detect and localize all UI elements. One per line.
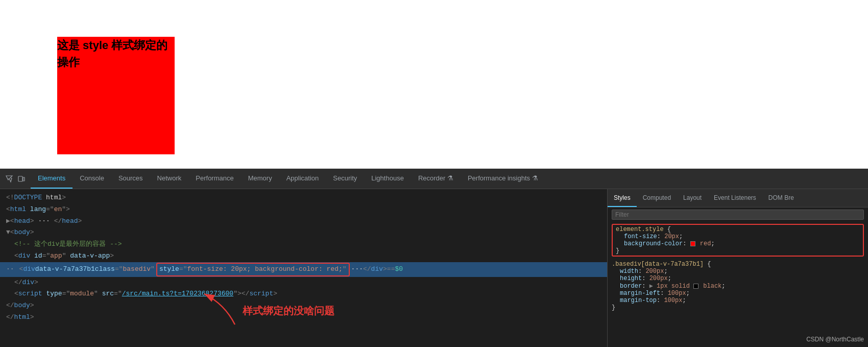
tab-layout[interactable]: Layout: [677, 189, 708, 207]
element-style-rule: element.style { font-size: 20px; backgro…: [612, 224, 864, 257]
csdn-watermark: CSDN @NorthCastle: [806, 336, 864, 343]
element-style-property-bgcolor: background-color: red;: [616, 240, 860, 247]
tab-console[interactable]: Console: [73, 169, 111, 189]
inspect-icon[interactable]: [4, 174, 14, 184]
basediv-margin-top: margin-top: 100px;: [612, 297, 864, 304]
tab-recorder[interactable]: Recorder ⚗: [411, 169, 461, 189]
styles-filter: [608, 207, 868, 222]
tab-performance[interactable]: Performance: [188, 169, 240, 189]
filter-input[interactable]: [612, 210, 864, 220]
element-style-selector: element.style {: [616, 226, 860, 233]
tab-styles[interactable]: Styles: [608, 189, 637, 207]
tab-event-listeners[interactable]: Event Listeners: [708, 189, 762, 207]
tab-application[interactable]: Application: [279, 169, 326, 189]
basediv-border: border: ▶ 1px solid black;: [612, 282, 864, 290]
tab-memory[interactable]: Memory: [241, 169, 279, 189]
devtools-panel: Elements Console Sources Network Perform…: [0, 169, 868, 347]
color-swatch-black: [693, 284, 698, 289]
dom-line-doctype: <!DOCTYPE html>: [0, 192, 607, 204]
styles-panel: Styles Computed Layout Event Listeners D…: [608, 189, 868, 347]
tab-performance-insights[interactable]: Performance insights ⚗: [461, 169, 545, 189]
dom-panel: <!DOCTYPE html> <html lang="en"> ▶<head>…: [0, 189, 608, 347]
devtools-icon-group: [0, 174, 31, 184]
dom-line-close-html: </html>: [0, 312, 607, 323]
devtools-tabs: Elements Console Sources Network Perform…: [31, 169, 545, 189]
element-style-property-fontsize: font-size: 20px;: [616, 233, 860, 240]
dom-line-close-div: </div>: [0, 277, 607, 289]
dom-line-close-body: </body>: [0, 300, 607, 312]
page-text: 这是 style 样式绑定的 操作: [57, 37, 167, 71]
tab-dom-breakpoints[interactable]: DOM Bre: [762, 189, 800, 207]
dom-line-body: ▼<body>: [0, 227, 607, 239]
basediv-selector: .basediv[data-v-7a7a37b1] {: [612, 261, 864, 268]
basediv-style-rule: .basediv[data-v-7a7a37b1] { width: 200px…: [612, 261, 864, 311]
basediv-close: }: [612, 304, 864, 311]
basediv-margin-left: margin-left: 100px;: [612, 290, 864, 297]
basediv-height: height: 200px;: [612, 275, 864, 282]
element-style-close: }: [616, 247, 860, 255]
dom-line-html: <html lang="en">: [0, 204, 607, 216]
svg-rect-1: [23, 177, 25, 181]
device-icon[interactable]: [16, 174, 27, 184]
dom-line-comment: <!-- 这个div是最外层的容器 -->: [0, 239, 607, 250]
dom-line-script: <script type="module" src="/src/main.ts?…: [0, 288, 607, 300]
devtools-main: <!DOCTYPE html> <html lang="en"> ▶<head>…: [0, 189, 868, 347]
dom-line-basediv[interactable]: ·· <div data-v-7a7a37b1 class="basediv" …: [0, 262, 607, 277]
devtools-topbar: Elements Console Sources Network Perform…: [0, 169, 868, 189]
color-swatch-red: [690, 241, 695, 246]
browser-page: 这是 style 样式绑定的 操作: [0, 0, 868, 169]
styles-content: element.style { font-size: 20px; backgro…: [608, 222, 868, 347]
tab-network[interactable]: Network: [150, 169, 189, 189]
dom-line-head: ▶<head> ··· </head>: [0, 216, 607, 227]
styles-tabs: Styles Computed Layout Event Listeners D…: [608, 189, 868, 207]
tab-elements[interactable]: Elements: [31, 169, 73, 189]
dom-line-app: <div id="app" data-v-app>: [0, 250, 607, 262]
basediv-width: width: 200px;: [612, 268, 864, 275]
tab-computed[interactable]: Computed: [637, 189, 677, 207]
tab-security[interactable]: Security: [326, 169, 364, 189]
svg-rect-0: [18, 176, 22, 181]
tab-sources[interactable]: Sources: [111, 169, 150, 189]
tab-lighthouse[interactable]: Lighthouse: [364, 169, 411, 189]
